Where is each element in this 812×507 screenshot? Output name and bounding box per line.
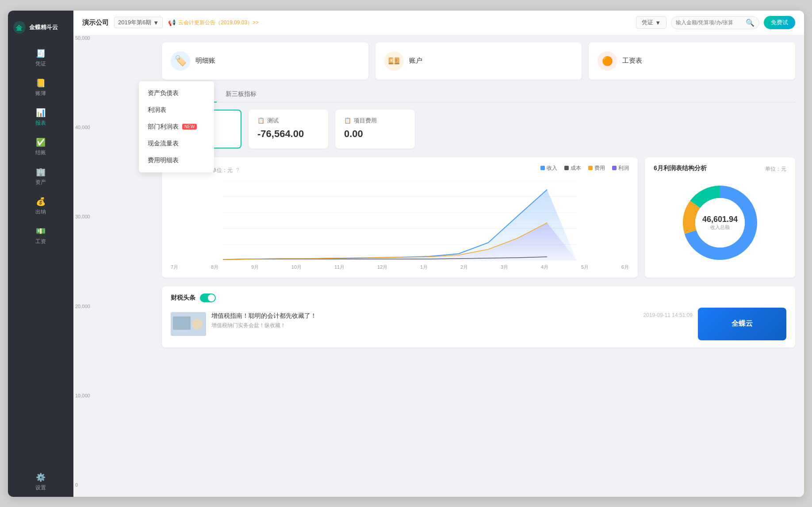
ledger-icon: 📒: [36, 78, 46, 88]
dropdown-item-balance-sheet[interactable]: 资产负债表: [139, 85, 214, 102]
period-label: 2019年第6期: [118, 19, 151, 27]
sidebar-item-label: 结账: [35, 149, 46, 156]
legend-profit-label: 利润: [618, 164, 629, 172]
x-axis: 7月 8月 9月 10月 11月 12月 1月 2月 3月 4月: [171, 262, 629, 271]
donut-chart-title: 6月利润表结构分析: [654, 164, 707, 172]
company-name: 演示公司: [82, 19, 109, 27]
kpi-value-test: -76,564.00: [257, 128, 319, 140]
report-dropdown-menu: 资产负债表 利润表 部门利润表 NEW 现金流量表 费用明细表: [139, 81, 214, 172]
promo-banner[interactable]: 全蝶云: [698, 308, 786, 340]
sidebar-item-settings[interactable]: ⚙️ 设置: [8, 467, 73, 497]
quick-card-detail[interactable]: 🏷️ 明细账: [162, 42, 368, 80]
detail-card-icon: 🏷️: [171, 51, 190, 71]
sidebar-item-label: 设置: [35, 484, 46, 492]
kpi-label-project: 项目费用: [354, 117, 377, 125]
cash-flow-label: 现金流量表: [148, 140, 179, 148]
legend-cost-dot: [564, 166, 569, 170]
quick-cards-row: 🏷️ 明细账 💴 账户 🟠 工资表: [162, 42, 795, 80]
finance-news-title: 财税头条: [171, 294, 195, 302]
sidebar: 金 金蝶精斗云 🧾 凭证 📒 账簿 📊 报表 ✅ 结账 🏢 资产 💰 出纳: [8, 11, 73, 497]
legend-expense-dot: [588, 166, 593, 170]
sidebar-item-payroll[interactable]: 💵 工资: [8, 221, 73, 251]
search-icon: 🔍: [746, 19, 755, 27]
sidebar-item-label: 报表: [35, 119, 46, 127]
payroll-icon: 💵: [36, 226, 46, 236]
cashier-icon: 💰: [36, 197, 46, 206]
kpi-icon-project: 📋: [344, 117, 351, 124]
donut-chart-unit: 单位：元: [765, 165, 786, 173]
sidebar-item-label: 资产: [35, 179, 46, 186]
donut-center-label: 收入总额: [702, 224, 738, 231]
legend-revenue: 收入: [540, 164, 557, 172]
dropdown-item-cash-flow[interactable]: 现金流量表: [139, 135, 214, 152]
legend-revenue-label: 收入: [547, 164, 557, 172]
dropdown-item-expense-detail[interactable]: 费用明细表: [139, 152, 214, 169]
donut-chart-container: 46,601.94 收入总额: [654, 179, 786, 267]
sidebar-item-label: 工资: [35, 238, 46, 245]
sidebar-item-voucher[interactable]: 🧾 凭证: [8, 43, 73, 73]
finance-news-header: 财税头条: [171, 294, 786, 302]
free-trial-button[interactable]: 免费试: [764, 16, 795, 29]
sidebar-item-assets[interactable]: 🏢 资产: [8, 162, 73, 191]
assets-icon: 🏢: [36, 167, 46, 177]
toggle-knob: [208, 294, 215, 301]
chart-svg-container: 7月 8月 9月 10月 11月 12月 1月 2月 3月 4月: [171, 181, 629, 271]
quick-card-account[interactable]: 💴 账户: [375, 42, 582, 80]
income-statement-label: 利润表: [148, 106, 166, 114]
new-badge: NEW: [182, 124, 197, 130]
voucher-type-label: 凭证: [642, 19, 653, 27]
donut-chart-header: 6月利润表结构分析 单位：元: [654, 164, 786, 174]
search-input[interactable]: [676, 19, 743, 26]
topbar: 演示公司 2019年第6期 ▼ 📢 云会计更新公告（2019.09.03）>> …: [73, 11, 804, 35]
donut-chart-panel: 6月利润表结构分析 单位：元: [645, 157, 795, 278]
sidebar-item-cashier[interactable]: 💰 出纳: [8, 191, 73, 221]
news-title: 增值税指南！聪明的会计都先收藏了！: [211, 312, 638, 320]
line-chart-unit: 单位：元: [211, 167, 233, 174]
announcement-text[interactable]: 云会计更新公告（2019.09.03）>>: [178, 19, 259, 27]
kpi-label-test: 测试: [267, 117, 279, 125]
news-thumbnail: [171, 312, 206, 336]
announcement-icon: 📢: [168, 19, 176, 26]
kpi-card-test[interactable]: 📋 测试 -76,564.00: [249, 110, 328, 149]
svg-point-18: [192, 319, 203, 329]
kpi-cards-row: 📋 利润总额 0.00 📋 测试 -76,564.00: [162, 110, 795, 149]
news-description: 增值税纳门实务会盆！纵收藏！: [211, 322, 638, 329]
account-card-icon: 💴: [384, 51, 404, 71]
kpi-value-project: 0.00: [344, 128, 406, 140]
news-toggle[interactable]: [200, 294, 216, 302]
line-chart-svg: [171, 181, 629, 260]
balance-sheet-label: 资产负债表: [148, 89, 179, 97]
dropdown-item-income-statement[interactable]: 利润表: [139, 102, 214, 118]
kpi-icon-test: 📋: [257, 117, 264, 124]
logo-text: 金蝶精斗云: [29, 23, 58, 31]
dept-income-label: 部门利润表: [148, 123, 179, 131]
sidebar-item-label: 账簿: [35, 90, 46, 97]
line-chart-body: 50,000 40,000 30,000 20,000 10,000 0: [171, 181, 629, 271]
news-timestamp: 2019-09-11 14:51:09: [643, 312, 693, 318]
line-chart-panel: 利润变化趋势 单位：元 ? 收入: [162, 157, 638, 278]
search-box[interactable]: 🔍: [671, 16, 759, 29]
help-icon[interactable]: ?: [236, 167, 239, 173]
voucher-arrow-icon: ▼: [655, 19, 661, 26]
quick-card-payroll[interactable]: 🟠 工资表: [589, 42, 795, 80]
sidebar-item-report[interactable]: 📊 报表: [8, 103, 73, 132]
payroll-card-label: 工资表: [622, 57, 642, 65]
dropdown-item-dept-income[interactable]: 部门利润表 NEW: [139, 118, 214, 135]
news-item[interactable]: 增值税指南！聪明的会计都先收藏了！ 增值税纳门实务会盆！纵收藏！ 2019-09…: [171, 308, 693, 340]
sidebar-item-ledger[interactable]: 📒 账簿: [8, 73, 73, 103]
voucher-type-button[interactable]: 凭证 ▼: [636, 16, 666, 29]
period-selector[interactable]: 2019年第6期 ▼: [114, 17, 163, 28]
chart-tabs: 利润变化趋势 新三板指标: [162, 87, 795, 103]
legend-profit-dot: [612, 166, 617, 170]
main-content: 演示公司 2019年第6期 ▼ 📢 云会计更新公告（2019.09.03）>> …: [73, 11, 804, 497]
kpi-card-project-expense[interactable]: 📋 项目费用 0.00: [335, 110, 415, 149]
sidebar-item-closing[interactable]: ✅ 结账: [8, 132, 73, 162]
report-icon: 📊: [36, 108, 46, 118]
donut-center: 46,601.94 收入总额: [702, 215, 738, 231]
tab-new-third-board[interactable]: 新三板指标: [217, 87, 265, 103]
payroll-card-icon: 🟠: [598, 51, 617, 71]
content-area: 资产负债表 利润表 部门利润表 NEW 现金流量表 费用明细表: [73, 35, 804, 497]
promo-text: 全蝶云: [732, 319, 753, 328]
legend-cost: 成本: [564, 164, 581, 172]
legend-cost-label: 成本: [571, 164, 581, 172]
